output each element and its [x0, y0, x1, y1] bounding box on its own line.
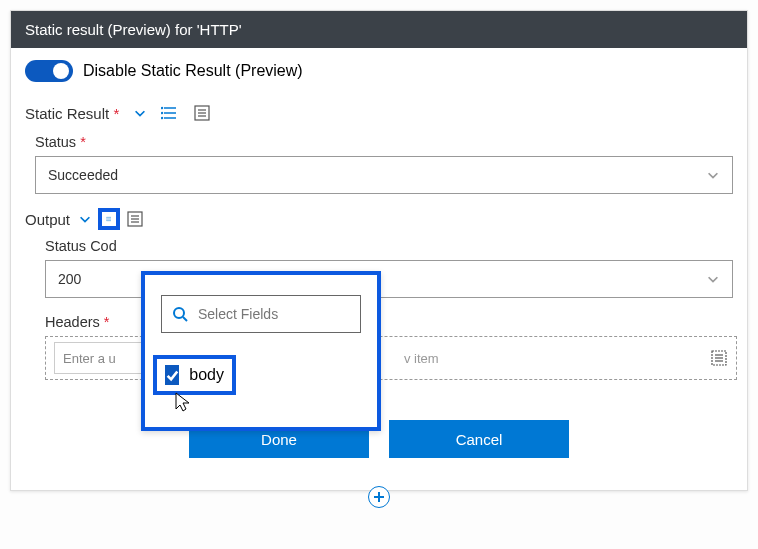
chevron-down-icon [706, 168, 720, 182]
svg-point-5 [162, 118, 163, 119]
static-result-label: Static Result * [25, 105, 119, 122]
status-select[interactable]: Succeeded [35, 156, 733, 194]
mouse-cursor-icon [173, 391, 193, 417]
search-placeholder: Select Fields [198, 306, 278, 322]
field-option-body[interactable]: body [157, 359, 232, 391]
svg-point-4 [162, 113, 163, 114]
cancel-button[interactable]: Cancel [389, 420, 569, 458]
select-fields-search[interactable]: Select Fields [161, 295, 361, 333]
svg-point-24 [174, 308, 184, 318]
status-label: Status * [35, 134, 733, 150]
status-value: Succeeded [48, 167, 118, 183]
toggle-row: Disable Static Result (Preview) [25, 60, 733, 82]
toggle-knob [53, 63, 69, 79]
optional-fields-icon[interactable] [100, 210, 118, 228]
field-option-label: body [189, 366, 224, 384]
chevron-down-icon [706, 272, 720, 286]
json-mode-icon[interactable] [126, 210, 144, 228]
output-label: Output [25, 211, 70, 228]
status-code-label: Status Cod [45, 238, 733, 254]
json-mode-icon[interactable] [193, 104, 211, 122]
static-result-dialog: Static result (Preview) for 'HTTP' Disab… [10, 10, 748, 491]
static-result-section-row: Static Result * [25, 104, 733, 122]
dialog-header: Static result (Preview) for 'HTTP' [11, 11, 747, 48]
search-icon [172, 306, 188, 322]
output-body: Status Cod 200 Headers * [35, 238, 733, 380]
status-field: Status * Succeeded [35, 134, 733, 194]
output-section-row: Output [25, 210, 733, 228]
svg-point-3 [162, 108, 163, 109]
chevron-down-icon[interactable] [78, 212, 92, 226]
optional-fields-icon[interactable] [161, 104, 179, 122]
add-step-handle[interactable] [368, 486, 390, 508]
chevron-down-icon[interactable] [133, 106, 147, 120]
toggle-label: Disable Static Result (Preview) [83, 62, 303, 80]
dialog-title: Static result (Preview) for 'HTTP' [25, 21, 242, 38]
headers-value-hint: v item [404, 351, 439, 366]
status-code-value: 200 [58, 271, 81, 287]
checkbox-checked-icon [165, 365, 179, 385]
svg-line-25 [183, 317, 187, 321]
disable-static-result-toggle[interactable] [25, 60, 73, 82]
json-mode-icon[interactable] [710, 349, 728, 367]
